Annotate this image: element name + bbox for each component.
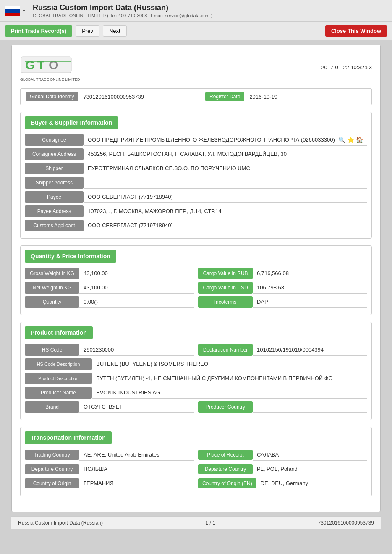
gross-weight-value: 43,100.00 <box>79 268 194 279</box>
svg-text:G: G <box>25 58 35 72</box>
payee-row: Payee ООО СЕВЕРГЛАСТ (7719718940) <box>25 191 367 203</box>
producer-country-label: Producer Country <box>198 401 253 413</box>
quantity-price-title: Quantity & Price Information <box>25 250 116 263</box>
register-date-label: Register Date <box>205 92 244 101</box>
departure-country-en-value: PL, POL, Poland <box>253 463 367 475</box>
declaration-number-col: Declaration Number 10102150/191016/00043… <box>198 344 367 356</box>
customs-applicant-label: Customs Applicant <box>25 220 84 231</box>
incoterms-value: DAP <box>253 296 367 308</box>
product-body: HS Code 2901230000 Declaration Number 10… <box>21 342 371 420</box>
cargo-value-rub-value: 6,716,566.08 <box>253 268 367 279</box>
country-origin-ru-label: Country of Origin <box>25 478 79 488</box>
shipper-address-label: Shipper Address <box>25 177 84 189</box>
customs-applicant-value: ООО СЕВЕРГЛАСТ (7719718940) <box>84 220 367 231</box>
producer-country-col: Producer Country <box>198 401 367 413</box>
net-weight-value: 43,100.00 <box>79 282 194 294</box>
producer-country-value <box>253 401 367 413</box>
identity-row: Global Data Identity 7301201610000095373… <box>20 88 372 105</box>
page-footer: Russia Custom Import Data (Russian) 1 / … <box>11 516 381 529</box>
payee-label: Payee <box>25 191 84 203</box>
quantity-price-section: Quantity & Price Information Gross Weigh… <box>20 245 372 315</box>
quantity-value: 0.00() <box>79 296 194 308</box>
hs-code-col: HS Code 2901230000 <box>25 344 194 356</box>
payee-address-label: Payee Address <box>25 205 84 217</box>
quantity-price-body: Gross Weight in KG 43,100.00 Cargo Value… <box>21 266 371 315</box>
toolbar: Print Trade Record(s) Prev Next Close Th… <box>0 22 392 40</box>
logo-subtitle: GLOBAL TRADE ONLINE LIMITED <box>20 77 80 81</box>
app-title: Russia Custom Import Data (Russian) <box>33 3 212 12</box>
brand-producer-country-row: Brand ОТСУТСТВУЕТ Producer Country <box>25 401 367 413</box>
brand-value: ОТСУТСТВУЕТ <box>79 401 194 413</box>
shipper-label: Shipper <box>25 163 84 174</box>
svg-text:O: O <box>49 58 58 72</box>
trading-country-col: Trading Country AE, ARE, United Arab Emi… <box>25 449 194 461</box>
country-origin-ru-value: ГЕРМАНИЯ <box>79 478 194 489</box>
declaration-number-label: Declaration Number <box>198 344 253 356</box>
payee-value: ООО СЕВЕРГЛАСТ (7719718940) <box>84 191 367 203</box>
quantity-incoterms-row: Quantity 0.00() Incoterms DAP <box>25 296 367 308</box>
gross-weight-label: Gross Weight in KG <box>25 268 79 279</box>
hs-code-desc-value: BUTENE (BUTYLENE) & ISOMERS THEREOF <box>92 358 367 370</box>
consignee-address-value: 453256, РЕСП. БАШКОРТОСТАН, Г. САЛАВАТ, … <box>84 148 367 160</box>
declaration-number-value: 10102150/191016/0004394 <box>253 344 367 356</box>
transportation-title: Transportation Information <box>25 431 112 444</box>
product-section: Product Information HS Code 2901230000 D… <box>20 322 372 420</box>
consignee-row: Consignee ООО ПРЕДПРИЯТИЕ ПРОМЫШЛЕННОГО … <box>25 134 367 146</box>
net-weight-cargo-usd-row: Net Weight in KG 43,100.00 Cargo Value i… <box>25 282 367 294</box>
product-title: Product Information <box>25 326 93 339</box>
russia-flag <box>5 6 20 16</box>
quantity-col: Quantity 0.00() <box>25 296 194 308</box>
register-date-value: 2016-10-19 <box>249 94 366 100</box>
print-button[interactable]: Print Trade Record(s) <box>5 25 72 37</box>
footer-right: 73012016100000953739 <box>318 520 374 526</box>
buyer-supplier-title: Buyer & Supplier Information <box>25 116 118 129</box>
consignee-label: Consignee <box>25 134 84 146</box>
close-window-button[interactable]: Close This Window <box>325 25 387 37</box>
net-weight-col: Net Weight in KG 43,100.00 <box>25 282 194 294</box>
shipper-value: ЕУРОТЕРМИНАЛ СЛЬАВКОВ СП.ЗО.О. ПО ПОРУЧЕ… <box>84 163 367 174</box>
cargo-value-usd-value: 106,798.63 <box>253 282 367 294</box>
flag-dropdown-arrow[interactable]: ▼ <box>22 8 26 13</box>
hs-code-desc-row: HS Code Description BUTENE (BUTYLENE) & … <box>25 358 367 370</box>
buyer-supplier-section: Buyer & Supplier Information Consignee О… <box>20 112 372 239</box>
gross-weight-col: Gross Weight in KG 43,100.00 <box>25 268 194 279</box>
place-of-receipt-value: САЛАВАТ <box>253 449 367 461</box>
brand-label: Brand <box>25 401 79 413</box>
gross-weight-cargo-rub-row: Gross Weight in KG 43,100.00 Cargo Value… <box>25 268 367 279</box>
payee-address-row: Payee Address 107023, ., Г. МОСКВА, МАЖО… <box>25 205 367 217</box>
country-origin-ru-col: Country of Origin ГЕРМАНИЯ <box>25 478 194 489</box>
consignee-value: ООО ПРЕДПРИЯТИЕ ПРОМЫШЛЕННОГО ЖЕЛЕЗНОДОР… <box>84 134 367 146</box>
home-icon[interactable]: 🏠 <box>356 137 363 143</box>
transportation-body: Trading Country AE, ARE, United Arab Emi… <box>21 447 371 496</box>
incoterms-label: Incoterms <box>198 296 253 308</box>
place-of-receipt-col: Place of Receipt САЛАВАТ <box>198 449 367 461</box>
consignee-address-label: Consignee Address <box>25 148 84 160</box>
net-weight-label: Net Weight in KG <box>25 282 79 294</box>
departure-country-ru-value: ПОЛЬША <box>79 463 194 475</box>
cargo-rub-col: Cargo Value in RUB 6,716,566.08 <box>198 268 367 279</box>
svg-text:T: T <box>37 58 44 72</box>
departure-country-row: Departure Country ПОЛЬША Departure Count… <box>25 463 367 475</box>
footer-center: 1 / 1 <box>206 520 215 526</box>
prev-button[interactable]: Prev <box>76 25 99 37</box>
trading-country-place-receipt-row: Trading Country AE, ARE, United Arab Emi… <box>25 449 367 461</box>
star-icon[interactable]: ⭐ <box>347 137 354 143</box>
search-icon[interactable]: 🔍 <box>338 137 345 143</box>
shipper-address-value <box>84 177 367 189</box>
departure-country-en-col: Departure Country PL, POL, Poland <box>198 463 367 475</box>
cargo-usd-col: Cargo Value in USD 106,798.63 <box>198 282 367 294</box>
consignee-address-row: Consignee Address 453256, РЕСП. БАШКОРТО… <box>25 148 367 160</box>
company-info: GLOBAL TRADE ONLINE LIMITED ( Tel: 400-7… <box>33 13 212 18</box>
buyer-supplier-body: Consignee ООО ПРЕДПРИЯТИЕ ПРОМЫШЛЕННОГО … <box>21 132 371 238</box>
place-of-receipt-label: Place of Receipt <box>198 450 253 460</box>
record-header: G T O GLOBAL TRADE ONLINE LIMITED 2017-0… <box>20 53 372 81</box>
quantity-label: Quantity <box>25 296 79 308</box>
country-origin-en-col: Country of Origin (EN) DE, DEU, Germany <box>198 478 367 489</box>
next-button[interactable]: Next <box>103 25 127 37</box>
product-desc-label: Product Description <box>25 373 92 384</box>
flag-container: ▼ <box>5 6 26 16</box>
country-origin-en-value: DE, DEU, Germany <box>256 478 367 489</box>
departure-country-en-label: Departure Country <box>198 464 253 474</box>
brand-col: Brand ОТСУТСТВУЕТ <box>25 401 194 413</box>
trading-country-value: AE, ARE, United Arab Emirates <box>79 449 194 461</box>
